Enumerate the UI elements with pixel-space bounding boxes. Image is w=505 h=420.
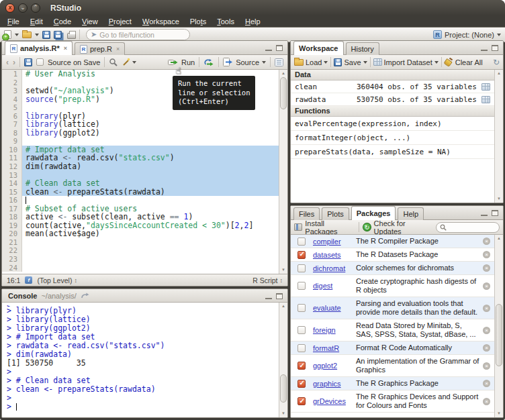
rerun-icon[interactable]	[203, 58, 214, 66]
package-checkbox[interactable]	[297, 326, 306, 334]
menu-item-tools[interactable]: Tools	[212, 17, 240, 25]
package-link[interactable]: formatR	[313, 344, 356, 352]
print-button[interactable]	[67, 33, 76, 39]
menu-item-help[interactable]: Help	[240, 17, 266, 25]
menu-item-plots[interactable]: Plots	[185, 17, 212, 25]
packages-scrollbar[interactable]: ▲ ▼	[494, 235, 503, 417]
tab-prepR[interactable]: Rprep.R×	[75, 42, 125, 55]
menu-item-code[interactable]: Code	[48, 17, 77, 25]
scroll-up-icon[interactable]: ▲	[279, 303, 287, 309]
console-scrollbar[interactable]: ▲ ▼	[279, 303, 287, 417]
view-data-icon[interactable]	[481, 96, 490, 103]
save-doc-button[interactable]	[24, 58, 32, 66]
remove-package-icon[interactable]: ×	[483, 380, 490, 387]
minimize-button[interactable]: ⌄	[18, 3, 28, 13]
compile-notebook-icon[interactable]	[275, 58, 283, 66]
menu-item-project[interactable]: Project	[103, 17, 137, 25]
scrollbar-thumb[interactable]	[496, 304, 502, 366]
remove-package-icon[interactable]: ×	[483, 344, 490, 352]
remove-package-icon[interactable]: ×	[483, 305, 490, 312]
package-checkbox[interactable]	[297, 282, 306, 290]
package-link[interactable]: grDevices	[313, 397, 356, 405]
forward-icon[interactable]: ›	[13, 58, 15, 66]
package-checkbox[interactable]	[297, 251, 306, 259]
goto-file-input[interactable]	[99, 31, 177, 39]
source-on-save-checkbox[interactable]	[36, 58, 44, 66]
package-search-input[interactable]	[449, 223, 496, 231]
menu-item-file[interactable]: File	[2, 17, 25, 25]
package-checkbox[interactable]	[297, 238, 306, 246]
doc-type-selector[interactable]: R Script ↕	[252, 276, 283, 284]
tab-analysisR[interactable]: Ranalysis.R*×	[5, 41, 73, 55]
maximize-pane-icon[interactable]	[276, 45, 283, 51]
remove-package-icon[interactable]: ×	[483, 251, 490, 258]
package-checkbox[interactable]	[297, 304, 306, 312]
package-checkbox[interactable]	[297, 380, 306, 388]
check-updates-button[interactable]: ↻ Check for Updates	[363, 219, 431, 235]
packages-tab-help[interactable]: Help	[398, 207, 424, 220]
package-checkbox[interactable]	[297, 344, 306, 352]
goto-directory-icon[interactable]	[81, 292, 90, 299]
load-workspace-button[interactable]: Load	[294, 58, 328, 66]
remove-package-icon[interactable]: ×	[483, 327, 490, 334]
save-workspace-button[interactable]: Save	[334, 58, 367, 66]
menu-item-edit[interactable]: Edit	[25, 17, 48, 25]
console-input-area[interactable]: >> library(plyr)> library(lattice)> libr…	[2, 303, 279, 417]
scroll-down-icon[interactable]: ▼	[495, 196, 503, 202]
remove-package-icon[interactable]: ×	[483, 282, 490, 290]
scroll-up-icon[interactable]: ▲	[279, 70, 287, 76]
close-button[interactable]: x	[5, 3, 15, 13]
packages-tab-plots[interactable]: Plots	[322, 207, 349, 220]
import-dataset-button[interactable]: Import Dataset	[373, 58, 439, 66]
scroll-up-icon[interactable]: ▲	[495, 235, 503, 242]
project-selector[interactable]: R Project: (None)	[433, 30, 501, 39]
back-icon[interactable]: ‹	[6, 58, 9, 66]
scroll-down-icon[interactable]: ▼	[279, 267, 287, 273]
package-link[interactable]: datasets	[313, 251, 356, 259]
scroll-up-icon[interactable]: ▲	[495, 70, 503, 76]
source-button[interactable]: Source	[223, 58, 266, 66]
save-all-button[interactable]	[54, 31, 62, 39]
remove-package-icon[interactable]: ×	[483, 398, 490, 405]
scroll-down-icon[interactable]: ▼	[495, 411, 503, 417]
open-file-button[interactable]	[22, 32, 39, 38]
maximize-pane-icon[interactable]	[276, 293, 283, 299]
code-tools-button[interactable]	[122, 58, 136, 66]
package-link[interactable]: evaluate	[313, 304, 356, 312]
package-checkbox[interactable]	[297, 397, 306, 405]
run-button[interactable]: Run	[168, 58, 195, 66]
remove-package-icon[interactable]: ×	[483, 362, 490, 370]
minimize-pane-icon[interactable]	[481, 210, 488, 216]
refresh-icon[interactable]: ↻	[493, 58, 500, 66]
menu-item-view[interactable]: View	[77, 17, 103, 25]
package-search-box[interactable]	[436, 222, 500, 233]
package-link[interactable]: foreign	[313, 326, 356, 334]
scrollbar-thumb[interactable]	[280, 77, 287, 109]
minimize-pane-icon[interactable]	[265, 293, 272, 299]
workspace-scrollbar[interactable]: ▲ ▼	[494, 70, 503, 203]
workspace-tab-history[interactable]: History	[346, 42, 379, 55]
workspace-tab-workspace[interactable]: Workspace	[293, 41, 344, 55]
editor-scrollbar[interactable]: ▲ ▼	[279, 70, 287, 274]
minimize-pane-icon[interactable]	[481, 45, 488, 51]
package-link[interactable]: graphics	[313, 380, 356, 388]
remove-package-icon[interactable]: ×	[483, 238, 490, 245]
packages-tab-packages[interactable]: Packages	[351, 206, 396, 220]
maximize-pane-icon[interactable]	[492, 210, 498, 216]
search-icon[interactable]	[109, 58, 118, 66]
package-checkbox[interactable]	[297, 264, 306, 272]
package-link[interactable]: dichromat	[313, 264, 356, 272]
maximize-pane-icon[interactable]	[492, 45, 498, 51]
maximize-button[interactable]: ⌃	[31, 3, 40, 13]
scroll-down-icon[interactable]: ▼	[279, 411, 287, 417]
new-file-button[interactable]	[4, 30, 19, 39]
install-packages-button[interactable]: Install Packages	[294, 219, 355, 235]
remove-package-icon[interactable]: ×	[483, 264, 490, 272]
minimize-pane-icon[interactable]	[265, 45, 272, 51]
close-tab-icon[interactable]: ×	[64, 45, 67, 52]
packages-tab-files[interactable]: Files	[293, 207, 320, 220]
package-link[interactable]: ggplot2	[313, 362, 356, 370]
close-tab-icon[interactable]: ×	[116, 46, 120, 52]
view-data-icon[interactable]	[481, 83, 490, 91]
menu-item-workspace[interactable]: Workspace	[137, 17, 185, 25]
